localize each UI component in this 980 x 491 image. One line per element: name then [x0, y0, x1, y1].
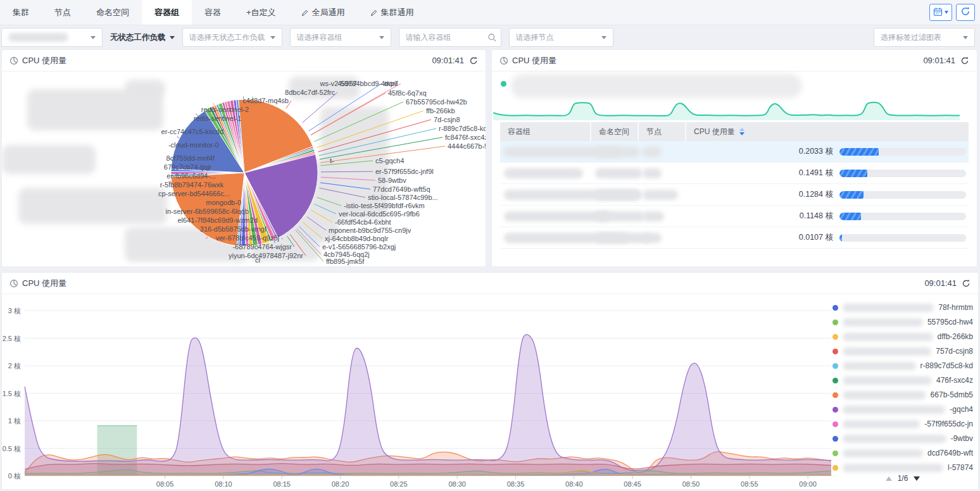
nav-tab-6[interactable]: 全局通用	[289, 0, 358, 25]
pie-chart-area: ws-v2-59784bbcd9-4tkp78dbc4c7df-52frcc4d…	[2, 71, 486, 267]
cpu-cell: 0.0107 核	[686, 227, 969, 248]
refresh-icon[interactable]	[962, 279, 971, 288]
pie-label: e-v1-5656685796-b2xgj	[322, 243, 396, 251]
column-header-namespace[interactable]: 命名空间	[591, 122, 639, 141]
table-row[interactable]: 0.2033 核	[500, 141, 969, 163]
legend-item-0[interactable]: 78f-hrmtm	[832, 303, 973, 312]
legend-item-9[interactable]: -9wtbv	[832, 434, 973, 443]
pie-label: 67b55795cd-hw42b	[406, 98, 467, 106]
cpu-cell: 0.1491 核	[686, 163, 969, 183]
pie-label: er-fb96c6d94-...	[166, 172, 216, 180]
legend-item-5[interactable]: 476f-sxc4z	[832, 376, 973, 385]
pie-label: c4d8d7-mq4sb	[242, 97, 289, 104]
panel-header: CPU 使用量 09:01:41	[2, 273, 978, 294]
column-header-node[interactable]: 节点	[639, 122, 686, 141]
pie-label-line	[320, 183, 370, 189]
nav-tab-label: 节点	[54, 7, 71, 18]
nav-tab-label: 集群通用	[381, 7, 414, 18]
pod-search-input[interactable]	[399, 28, 501, 47]
cpu-area-panel: CPU 使用量 09:01:41 3 核2.5 核2 核1.5 核1 核0.5 …	[1, 272, 979, 490]
pod-select[interactable]: 请选择容器组	[290, 28, 391, 47]
cpu-cell: 0.1284 核	[686, 184, 969, 205]
chevron-down-icon	[270, 36, 275, 39]
nav-tab-0[interactable]: 集群	[0, 0, 42, 25]
pie-label-line	[297, 228, 321, 254]
pie-label: el641-7f84bc69d9-wzm2d	[177, 216, 258, 224]
pie-label: -68789c4764-wjgsr	[232, 243, 292, 251]
refresh-button[interactable]	[956, 4, 975, 21]
cpu-bar-fill	[839, 148, 879, 156]
nav-tab-4[interactable]: 容器	[192, 0, 234, 25]
pie-label: 45f8c-6q7xq	[388, 89, 427, 97]
pie-label: -66fdf54cb4-6xbht	[335, 218, 391, 226]
legend-item-11[interactable]: l-57874	[832, 463, 973, 472]
sort-icon[interactable]	[739, 128, 744, 135]
refresh-icon[interactable]	[469, 56, 478, 65]
legend-item-4[interactable]: r-889c7d5c8-kd	[832, 361, 973, 370]
pie-label: c5-gqch4	[375, 157, 404, 165]
table-row[interactable]: 0.1284 核	[500, 184, 969, 206]
namespace-cell	[591, 227, 639, 248]
panel-header-right: 09:01:41	[923, 56, 969, 65]
pie-label: -cloud-monitor-0	[168, 141, 219, 149]
redacted-legend-prefix	[843, 435, 946, 443]
pie-label-line	[320, 137, 443, 159]
cluster-select[interactable]	[1, 28, 103, 47]
sort-desc-icon[interactable]	[739, 132, 744, 135]
x-tick-label: 08:10	[215, 480, 232, 488]
redacted-legend-prefix	[843, 406, 945, 414]
pie-label: fc8476f-sxc4z	[445, 134, 486, 141]
nav-tab-label: 命名空间	[96, 7, 129, 18]
table-row[interactable]: 0.0107 核	[500, 227, 969, 249]
legend-item-2[interactable]: dffb-266kb	[832, 332, 973, 341]
y-tick-label: 1 核	[8, 417, 21, 425]
workload-select[interactable]: 请选择无状态工作负载	[182, 28, 282, 47]
panel-header: CPU 使用量 09:01:41	[2, 50, 486, 71]
legend-item-10[interactable]: dcd7649b-wft	[832, 449, 973, 457]
pod-cell	[500, 206, 591, 227]
pager-up-icon[interactable]	[886, 476, 892, 481]
nav-tab-label: 容器	[204, 7, 221, 18]
filter-bar: 无状态工作负载 请选择无状态工作负载 请选择容器组 请选择节点 选择标签过滤图表	[0, 25, 980, 49]
table-row[interactable]: 0.1148 核	[500, 206, 969, 227]
cpu-bar-fill	[839, 234, 842, 242]
sort-asc-icon[interactable]	[739, 128, 744, 131]
area-series-fill	[25, 335, 831, 476]
legend-item-3[interactable]: 757d-csjn8	[832, 347, 973, 356]
cpu-bar-fill	[839, 191, 864, 199]
table-row[interactable]: 0.1491 核	[500, 163, 969, 184]
column-header-cpu[interactable]: CPU 使用量	[686, 122, 969, 141]
workload-type-dropdown[interactable]: 无状态工作负载	[110, 32, 175, 43]
cpu-bar-fill	[839, 170, 867, 177]
legend-item-8[interactable]: -57f9f655dc-jn	[832, 420, 973, 428]
chevron-down-icon	[91, 36, 96, 39]
legend-item-7[interactable]: -gqch4	[832, 405, 973, 414]
chevron-down-icon	[379, 36, 384, 39]
nav-tab-2[interactable]: 命名空间	[84, 0, 142, 25]
legend-label: 55795cd-hw4	[927, 318, 973, 326]
time-range-button[interactable]	[929, 4, 952, 21]
column-header-pod[interactable]: 容器组	[500, 122, 591, 141]
nav-tab-7[interactable]: 集群通用	[358, 0, 427, 25]
tag-filter-select[interactable]: 选择标签过滤图表	[874, 28, 975, 47]
x-tick-label: 08:15	[273, 480, 291, 488]
nav-tab-1[interactable]: 节点	[42, 0, 84, 25]
node-select[interactable]: 请选择节点	[509, 28, 613, 47]
x-tick-label: 08:40	[565, 480, 583, 488]
nav-tab-3[interactable]: 容器组	[142, 0, 192, 25]
nav-tab-5[interactable]: +自定义	[234, 0, 289, 25]
cpu-bar-track	[839, 148, 966, 156]
sparkline-line	[493, 103, 960, 116]
pie-label-line	[321, 171, 373, 172]
pie-label: yiyun-6dc4978487-j92nr	[229, 252, 303, 259]
refresh-icon[interactable]	[960, 56, 969, 65]
x-tick-label: 08:25	[390, 480, 408, 488]
panel-title: CPU 使用量	[9, 55, 66, 66]
legend-item-1[interactable]: 55795cd-hw4	[832, 318, 973, 326]
panel-title-text: CPU 使用量	[22, 278, 66, 289]
pager-down-icon[interactable]	[914, 476, 920, 481]
pie-label: cp-server-bd544666c...	[158, 190, 230, 197]
redacted-legend-prefix	[843, 449, 923, 457]
legend-item-6[interactable]: 667b-5dmb5	[832, 390, 973, 399]
pie-label-line	[318, 120, 431, 152]
